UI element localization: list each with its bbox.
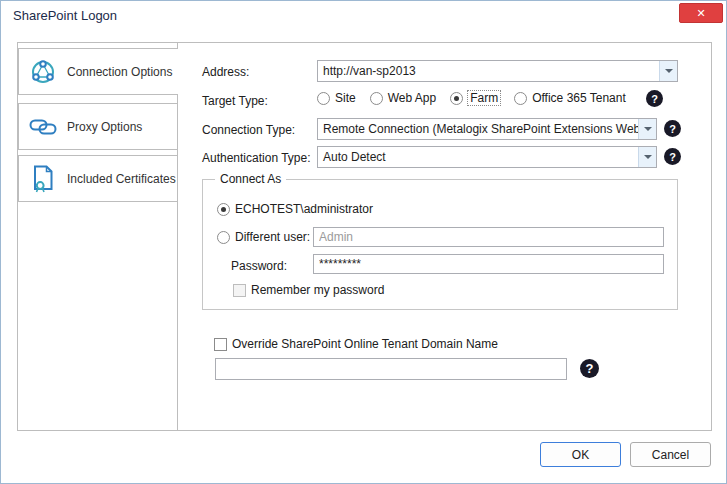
tenant-domain-help-icon[interactable]: ? [580,359,599,378]
chevron-down-icon [644,155,652,159]
radio-circle [514,92,527,105]
current-user-label: ECHOTEST\administrator [235,202,373,216]
radio-current-user[interactable]: ECHOTEST\administrator [217,202,373,216]
authentication-type-combobox[interactable]: Auto Detect [317,146,657,168]
link-icon [28,112,58,142]
radio-circle [217,203,230,216]
address-dropdown-button[interactable] [659,61,677,81]
radio-farm[interactable]: Farm [450,91,500,105]
content-frame: Connection Options Proxy Options Include… [17,42,712,431]
checkbox-box [233,284,246,297]
target-type-radio-group: Site Web App Farm Office 365 Tenant [317,91,626,105]
radio-label: Farm [468,91,500,105]
password-input[interactable] [313,254,664,274]
override-tenant-checkbox[interactable]: Override SharePoint Online Tenant Domain… [214,337,498,351]
tab-panel-divider [177,43,178,430]
address-value: http://van-sp2013 [318,61,659,81]
authentication-type-label: Authentication Type: [202,151,311,165]
tenant-domain-input[interactable] [215,358,567,380]
cancel-button-label: Cancel [652,448,689,462]
different-user-label: Different user: [235,230,310,244]
connection-type-label: Connection Type: [202,123,295,137]
target-type-label: Target Type: [202,94,268,108]
remember-password-label: Remember my password [251,283,384,297]
certificate-icon [28,164,58,194]
address-combobox[interactable]: http://van-sp2013 [317,60,678,82]
ok-button[interactable]: OK [540,442,621,467]
address-label: Address: [202,65,249,79]
close-icon: ✕ [696,7,705,20]
radio-site[interactable]: Site [317,91,356,105]
tab-proxy-options[interactable]: Proxy Options [18,103,178,150]
authentication-type-value: Auto Detect [318,147,638,167]
tab-label: Proxy Options [67,120,142,134]
remember-password-checkbox[interactable]: Remember my password [233,283,384,297]
target-type-help-icon[interactable]: ? [646,90,663,107]
radio-label: Office 365 Tenant [532,91,626,105]
close-button[interactable]: ✕ [679,3,723,23]
tab-label: Included Certificates [67,172,176,186]
connect-as-group: Connect As ECHOTEST\administrator Differ… [202,179,678,310]
network-icon [28,57,58,87]
radio-label: Web App [388,91,436,105]
tab-label: Connection Options [67,65,172,79]
connection-type-value: Remote Connection (Metalogix SharePoint … [318,119,638,139]
radio-web-app[interactable]: Web App [370,91,436,105]
authentication-type-help-icon[interactable]: ? [664,148,681,165]
ok-button-label: OK [572,448,589,462]
password-label: Password: [231,259,287,273]
authentication-type-dropdown-button[interactable] [638,147,656,167]
sharepoint-logon-dialog: SharePoint Logon ✕ Connection Options Pr… [0,0,727,484]
different-user-input[interactable] [313,227,664,247]
connect-as-group-title: Connect As [215,172,286,186]
override-tenant-label: Override SharePoint Online Tenant Domain… [232,337,498,351]
connection-type-help-icon[interactable]: ? [664,120,681,137]
radio-circle [317,92,330,105]
checkbox-box [214,338,227,351]
radio-office-365-tenant[interactable]: Office 365 Tenant [514,91,626,105]
connection-type-combobox[interactable]: Remote Connection (Metalogix SharePoint … [317,118,657,140]
chevron-down-icon [665,69,673,73]
radio-circle [217,231,230,244]
connection-type-dropdown-button[interactable] [638,119,656,139]
tab-included-certificates[interactable]: Included Certificates [18,155,178,202]
radio-circle [450,92,463,105]
dialog-title: SharePoint Logon [13,8,117,23]
radio-circle [370,92,383,105]
radio-different-user[interactable]: Different user: [217,230,310,244]
chevron-down-icon [644,127,652,131]
tab-connection-options[interactable]: Connection Options [18,48,178,95]
radio-label: Site [335,91,356,105]
cancel-button[interactable]: Cancel [630,442,711,467]
